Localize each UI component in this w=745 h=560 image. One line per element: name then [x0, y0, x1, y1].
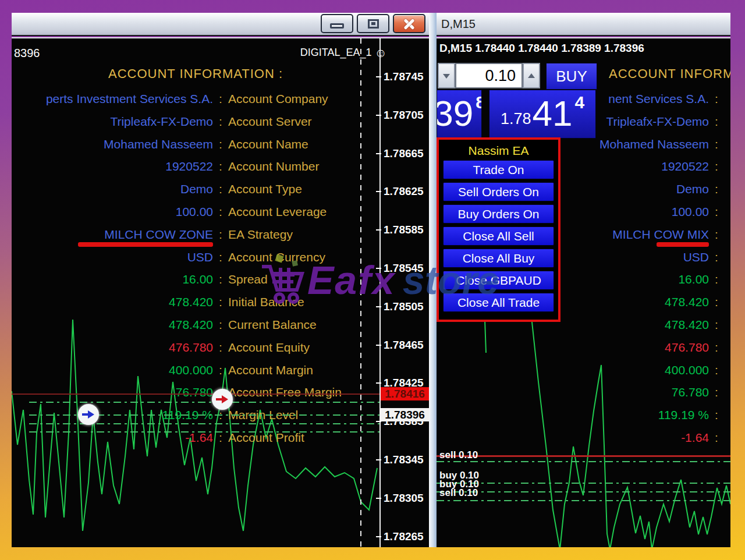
price-tick: 1.78345 [376, 453, 424, 466]
tick-mark [376, 382, 381, 384]
left-window-titlebar[interactable] [12, 13, 429, 36]
dash-dot-level-line [437, 461, 730, 462]
account-row: USD:Account Currency [17, 248, 375, 267]
account-label: Account Leverage [228, 205, 375, 219]
account-value: 16.00 [17, 272, 213, 286]
colon-separator: : [213, 205, 228, 219]
account-row: 119.19 %: [658, 406, 724, 424]
account-row: -1.64: [681, 428, 724, 447]
smiley-icon: ☺ [375, 47, 387, 59]
account-row: 476.780:Account Equity [17, 338, 375, 357]
account-value: perts Investment Services S.A. [17, 92, 213, 106]
account-row: 100.00: [672, 203, 724, 221]
ea-button-trade-on[interactable]: Trade On [443, 160, 554, 179]
ea-button-close-gbpaud[interactable]: Close GBPAUD [443, 271, 554, 290]
account-label: Current Balance [228, 318, 375, 332]
tick-label: 1.78705 [384, 109, 424, 122]
strategy-underline [78, 242, 213, 247]
right-window-titlebar[interactable]: D,M15 [437, 13, 730, 36]
account-row: 16.00:Spread [17, 270, 375, 289]
ea-button-close-all-buy[interactable]: Close All Buy [443, 249, 554, 268]
account-row: perts Investment Services S.A.:Account C… [17, 90, 375, 108]
sell-price-pip: 8 [476, 94, 482, 138]
account-label: Account Name [228, 137, 375, 151]
account-row: 478.420: [665, 293, 724, 311]
red-arrow-icon [216, 395, 229, 404]
account-value: 1920522 [17, 160, 213, 173]
account-row: 16.00: [678, 270, 724, 289]
colon-separator: : [213, 341, 228, 355]
account-value: 478.420 [17, 318, 213, 332]
ask-price-badge: 1.78416 [381, 387, 429, 400]
window-controls [321, 14, 425, 33]
account-row: Demo: [676, 180, 724, 199]
account-value: Tripleafx-FX-Demo [17, 115, 213, 129]
sell-price-digits: 39 [437, 90, 473, 138]
lot-size-control: 0.10 [438, 63, 540, 88]
colon-separator: : [709, 341, 724, 355]
arrow-up-icon [528, 70, 535, 78]
sell-price-panel[interactable]: 39 8 [437, 90, 482, 139]
account-value: -1.64 [681, 431, 709, 445]
bid-price-badge: 1.78396 [381, 408, 429, 421]
ea-name-label: DIGITAL_EA_1 ☺ [300, 47, 387, 59]
account-label: EA Strategy [228, 228, 375, 242]
arrow-down-icon [443, 74, 450, 82]
buy-price-digits: 41 [532, 90, 572, 138]
ea-button-close-all-trade[interactable]: Close All Trade [443, 293, 554, 312]
colon-separator: : [213, 228, 228, 242]
right-chart-area: D,M15 1.78440 1.78440 1.78389 1.78396 0.… [437, 37, 730, 547]
account-value: 16.00 [678, 272, 709, 286]
colon-separator: : [709, 205, 724, 219]
corner-price-label: 8396 [14, 47, 40, 60]
account-row: 400.000:Account Margin [17, 361, 375, 380]
account-value: 478.420 [665, 295, 709, 309]
account-row: 476.780: [665, 338, 724, 357]
colon-separator: : [709, 408, 724, 422]
buy-button[interactable]: BUY [546, 63, 597, 90]
tick-mark [376, 536, 381, 537]
price-tick: 1.78705 [376, 109, 424, 122]
restore-icon [368, 19, 379, 29]
price-tick: 1.78665 [376, 147, 424, 160]
account-value: 476.780 [665, 341, 709, 355]
ea-button-buy-orders-on[interactable]: Buy Orders On [443, 204, 554, 224]
colon-separator: : [213, 92, 228, 106]
nassim-ea-panel: Nassim EA Trade OnSell Orders OnBuy Orde… [437, 137, 560, 322]
tick-label: 1.78585 [384, 224, 424, 236]
tick-label: 1.78625 [384, 185, 424, 198]
tick-mark [376, 306, 381, 307]
account-row: Tripleafx-FX-Demo:Account Server [17, 112, 375, 131]
ea-button-sell-orders-on[interactable]: Sell Orders On [443, 182, 554, 201]
sell-order-line [437, 455, 730, 457]
tick-mark [376, 459, 381, 460]
account-label: Account Margin [228, 363, 375, 377]
colon-separator: : [709, 295, 724, 309]
account-value: nent Services S.A. [608, 92, 709, 106]
price-tick: 1.78265 [376, 530, 424, 543]
colon-separator: : [709, 182, 724, 196]
account-label: Initial Balance [228, 295, 375, 309]
account-value: MILCH COW ZONE [17, 228, 213, 242]
lot-decrease-button[interactable] [438, 63, 455, 88]
account-value: Mohamed Nasseem [17, 137, 213, 151]
minimize-button[interactable] [321, 14, 353, 33]
colon-separator: : [213, 137, 228, 151]
left-chart-area: 8396 DIGITAL_EA_1 ☺ ACCOUNT INFORMATION … [12, 37, 429, 547]
colon-separator: : [213, 295, 228, 309]
buy-price-panel[interactable]: 1.78 41 4 [489, 90, 596, 139]
account-label: Account Type [228, 182, 375, 196]
lot-increase-button[interactable] [523, 63, 540, 88]
account-row: 76.780: [672, 383, 724, 402]
tick-label: 1.78265 [384, 530, 424, 543]
lot-size-field[interactable]: 0.10 [455, 63, 523, 88]
restore-button[interactable] [357, 14, 389, 33]
account-label: Account Profit [228, 431, 375, 445]
tick-mark [376, 498, 381, 499]
account-label: Account Currency [228, 250, 375, 264]
ea-button-close-all-sell[interactable]: Close All Sell [443, 226, 554, 246]
account-row: 1920522: [661, 157, 724, 176]
account-label: Spread [228, 272, 375, 286]
tick-label: 1.78505 [384, 300, 424, 313]
close-button[interactable] [393, 14, 425, 33]
